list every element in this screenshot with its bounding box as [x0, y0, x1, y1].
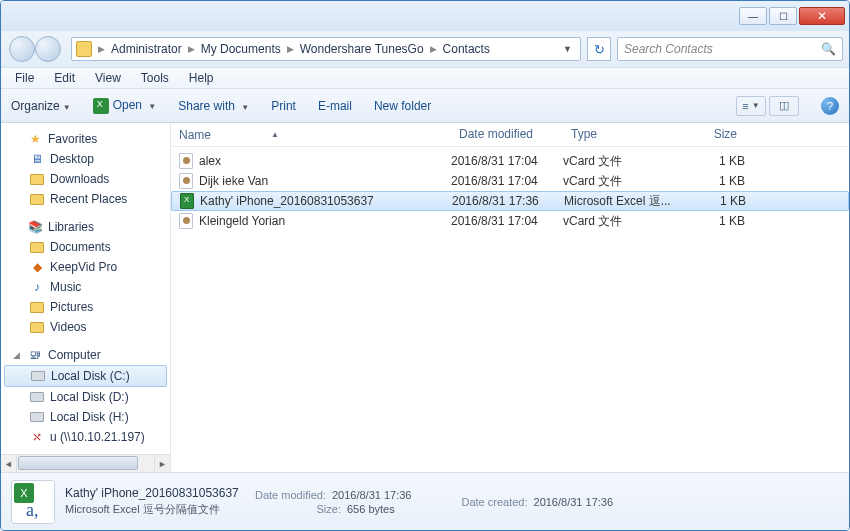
- sidebar-item-pictures[interactable]: Pictures: [1, 297, 170, 317]
- search-icon: 🔍: [821, 42, 836, 56]
- details-filetype: Microsoft Excel 逗号分隔值文件: [65, 502, 245, 517]
- titlebar: — ☐ ✕: [1, 1, 849, 31]
- sidebar-item-drive-d[interactable]: Local Disk (D:): [1, 387, 170, 407]
- print-button[interactable]: Print: [271, 99, 296, 113]
- view-options-button[interactable]: ≡ ▼: [736, 96, 766, 116]
- file-row[interactable]: Dijk ieke Van2016/8/31 17:04vCard 文件1 KB: [171, 171, 849, 191]
- sidebar-item-videos[interactable]: Videos: [1, 317, 170, 337]
- sidebar-item-downloads[interactable]: Downloads: [1, 169, 170, 189]
- details-size-label: Size:: [255, 503, 341, 515]
- sidebar-libraries[interactable]: 📚Libraries: [1, 217, 170, 237]
- menu-help[interactable]: Help: [179, 69, 224, 87]
- file-type: Microsoft Excel 逗...: [564, 193, 676, 210]
- sidebar-item-desktop[interactable]: 🖥Desktop: [1, 149, 170, 169]
- breadcrumb[interactable]: Administrator: [107, 42, 186, 56]
- details-dm-label: Date modified:: [255, 489, 326, 501]
- file-size: 1 KB: [675, 154, 745, 168]
- file-name: Kleingeld Yorian: [199, 214, 285, 228]
- scroll-thumb[interactable]: [18, 456, 138, 470]
- file-size: 1 KB: [676, 194, 746, 208]
- close-button[interactable]: ✕: [799, 7, 845, 25]
- file-row[interactable]: Kathy' iPhone_201608310536372016/8/31 17…: [171, 191, 849, 211]
- sidebar-scrollbar[interactable]: ◄ ►: [1, 454, 170, 472]
- sidebar-item-network-drive[interactable]: ⤯u (\\10.10.21.197): [1, 427, 170, 447]
- drive-icon: [30, 368, 46, 384]
- address-row: ▶ Administrator ▶ My Documents ▶ Wonders…: [1, 31, 849, 67]
- sidebar-item-drive-c[interactable]: Local Disk (C:): [4, 365, 167, 387]
- back-button[interactable]: [9, 36, 35, 62]
- organize-button[interactable]: Organize▼: [11, 99, 71, 113]
- file-row[interactable]: Kleingeld Yorian2016/8/31 17:04vCard 文件1…: [171, 211, 849, 231]
- refresh-button[interactable]: ↻: [587, 37, 611, 61]
- sidebar-computer[interactable]: ◢🖳Computer: [1, 345, 170, 365]
- help-button[interactable]: ?: [821, 97, 839, 115]
- menu-file[interactable]: File: [5, 69, 44, 87]
- menu-bar: File Edit View Tools Help: [1, 67, 849, 89]
- file-row[interactable]: alex2016/8/31 17:04vCard 文件1 KB: [171, 151, 849, 171]
- sidebar-item-music[interactable]: ♪Music: [1, 277, 170, 297]
- chevron-right-icon: ▶: [96, 44, 107, 54]
- email-button[interactable]: E-mail: [318, 99, 352, 113]
- star-icon: ★: [27, 131, 43, 147]
- menu-edit[interactable]: Edit: [44, 69, 85, 87]
- details-size-value: 656 bytes: [347, 503, 395, 515]
- sidebar-favorites[interactable]: ★Favorites: [1, 129, 170, 149]
- details-dc-value: 2016/8/31 17:36: [534, 496, 614, 508]
- sidebar-item-keepvid[interactable]: ◆KeepVid Pro: [1, 257, 170, 277]
- computer-icon: 🖳: [27, 347, 43, 363]
- preview-pane-button[interactable]: ◫: [769, 96, 799, 116]
- documents-icon: [29, 239, 45, 255]
- music-icon: ♪: [29, 279, 45, 295]
- downloads-icon: [29, 171, 45, 187]
- network-drive-icon: ⤯: [29, 429, 45, 445]
- excel-icon: [93, 98, 109, 114]
- sidebar-item-documents[interactable]: Documents: [1, 237, 170, 257]
- vcard-file-icon: [179, 153, 193, 169]
- details-dm-value: 2016/8/31 17:36: [332, 489, 412, 501]
- breadcrumb[interactable]: Wondershare TunesGo: [296, 42, 428, 56]
- col-name[interactable]: Name▲: [171, 123, 451, 146]
- file-date: 2016/8/31 17:04: [451, 214, 563, 228]
- sidebar-item-recent[interactable]: Recent Places: [1, 189, 170, 209]
- details-filename: Kathy' iPhone_20160831053637: [65, 486, 245, 500]
- file-name: Dijk ieke Van: [199, 174, 268, 188]
- excel-file-icon: [180, 193, 194, 209]
- main-area: ★Favorites 🖥Desktop Downloads Recent Pla…: [1, 123, 849, 472]
- scroll-left-icon[interactable]: ◄: [1, 455, 17, 472]
- scroll-right-icon[interactable]: ►: [154, 455, 170, 472]
- file-date: 2016/8/31 17:04: [451, 174, 563, 188]
- pictures-icon: [29, 299, 45, 315]
- file-name: Kathy' iPhone_20160831053637: [200, 194, 374, 208]
- search-input[interactable]: Search Contacts 🔍: [617, 37, 843, 61]
- col-date[interactable]: Date modified: [451, 123, 563, 146]
- drive-icon: [29, 389, 45, 405]
- menu-view[interactable]: View: [85, 69, 131, 87]
- breadcrumb[interactable]: Contacts: [439, 42, 494, 56]
- share-button[interactable]: Share with ▼: [178, 99, 249, 113]
- file-type: vCard 文件: [563, 153, 675, 170]
- sidebar-item-drive-h[interactable]: Local Disk (H:): [1, 407, 170, 427]
- sort-asc-icon: ▲: [271, 130, 279, 139]
- breadcrumb[interactable]: My Documents: [197, 42, 285, 56]
- file-type: vCard 文件: [563, 173, 675, 190]
- file-size: 1 KB: [675, 214, 745, 228]
- col-size[interactable]: Size: [675, 123, 745, 146]
- file-type: vCard 文件: [563, 213, 675, 230]
- maximize-button[interactable]: ☐: [769, 7, 797, 25]
- menu-tools[interactable]: Tools: [131, 69, 179, 87]
- chevron-down-icon[interactable]: ▼: [559, 44, 576, 54]
- col-type[interactable]: Type: [563, 123, 675, 146]
- file-type-icon: X a,: [11, 480, 55, 524]
- details-dc-label: Date created:: [461, 496, 527, 508]
- open-button[interactable]: Open ▼: [93, 98, 157, 114]
- file-list: Name▲ Date modified Type Size alex2016/8…: [171, 123, 849, 472]
- desktop-icon: 🖥: [29, 151, 45, 167]
- forward-button[interactable]: [35, 36, 61, 62]
- chevron-right-icon: ▶: [186, 44, 197, 54]
- nav-buttons: [7, 35, 65, 63]
- newfolder-button[interactable]: New folder: [374, 99, 431, 113]
- vcard-file-icon: [179, 213, 193, 229]
- address-bar[interactable]: ▶ Administrator ▶ My Documents ▶ Wonders…: [71, 37, 581, 61]
- minimize-button[interactable]: —: [739, 7, 767, 25]
- vcard-file-icon: [179, 173, 193, 189]
